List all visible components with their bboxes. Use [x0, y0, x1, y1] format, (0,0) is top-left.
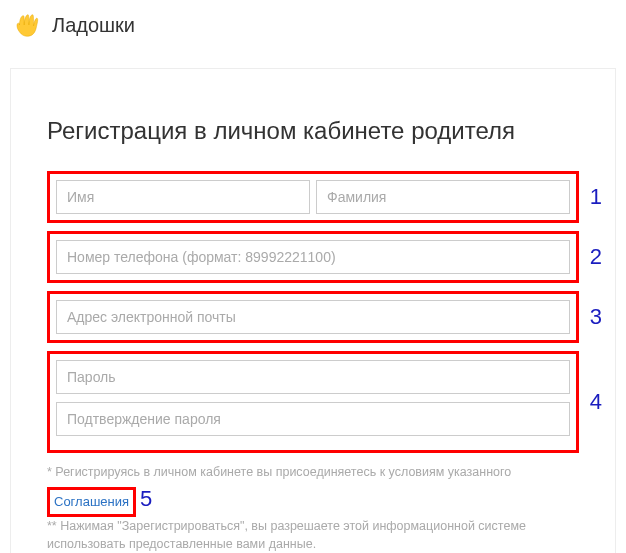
annotation-3: 3	[590, 304, 602, 330]
annotation-2: 2	[590, 244, 602, 270]
name-group: 1	[47, 171, 579, 223]
password-confirm-input[interactable]	[56, 402, 570, 436]
disclaimer-line2: ** Нажимая "Зарегистрироваться", вы разр…	[47, 517, 579, 554]
agreement-highlight: Соглашения	[47, 487, 136, 517]
registration-panel: Регистрация в личном кабинете родителя 1…	[10, 68, 616, 553]
email-group: 3	[47, 291, 579, 343]
phone-group: 2	[47, 231, 579, 283]
email-input[interactable]	[56, 300, 570, 334]
hand-logo-icon	[12, 10, 42, 40]
password-group: 4	[47, 351, 579, 453]
logo-text: Ладошки	[52, 14, 135, 37]
annotation-5: 5	[140, 486, 152, 511]
page-title: Регистрация в личном кабинете родителя	[47, 117, 579, 145]
phone-input[interactable]	[56, 240, 570, 274]
disclaimer-line1: * Регистрируясь в личном кабинете вы при…	[47, 465, 511, 479]
password-input[interactable]	[56, 360, 570, 394]
first-name-input[interactable]	[56, 180, 310, 214]
last-name-input[interactable]	[316, 180, 570, 214]
annotation-1: 1	[590, 184, 602, 210]
annotation-4: 4	[590, 389, 602, 415]
disclaimer-text: * Регистрируясь в личном кабинете вы при…	[47, 463, 579, 553]
header: Ладошки	[0, 0, 626, 58]
agreement-link[interactable]: Соглашения	[54, 494, 129, 509]
